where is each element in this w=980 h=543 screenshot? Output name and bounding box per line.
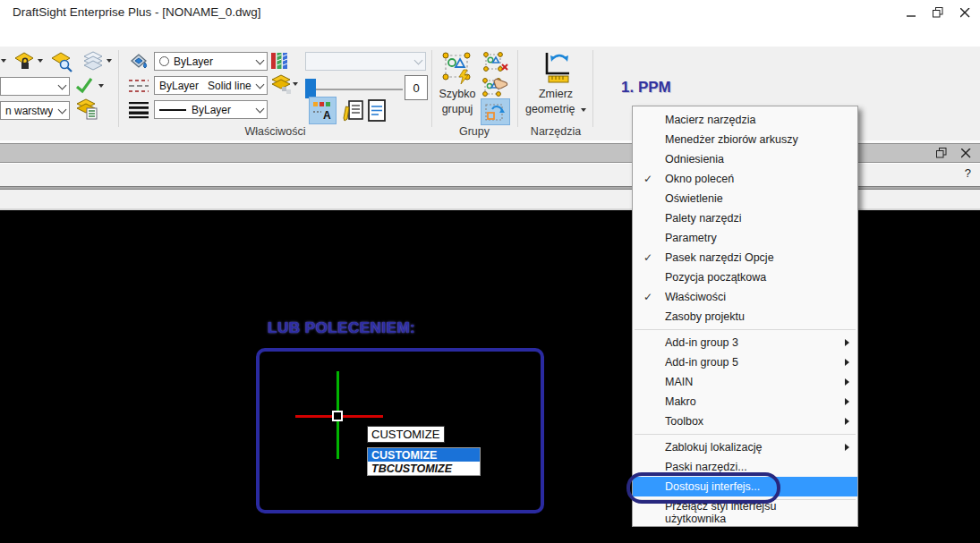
quick-group-label-2[interactable]: grupuj xyxy=(436,102,479,117)
menu-item-mened-er-zbior-w-arkuszy[interactable]: Menedżer zbiorów arkuszy xyxy=(633,130,857,149)
green-check-icon xyxy=(75,77,93,94)
menu-item-main[interactable]: MAIN xyxy=(633,372,857,392)
submenu-arrow-icon xyxy=(845,359,849,366)
close-button[interactable] xyxy=(951,3,978,22)
command-input[interactable]: CUSTOMIZE xyxy=(367,426,445,443)
transparency-value-box[interactable]: 0 xyxy=(405,75,428,100)
linetype-style: Solid line xyxy=(208,80,251,92)
minimize-icon xyxy=(907,8,916,18)
menu-separator xyxy=(635,434,856,435)
layer-preview-button[interactable] xyxy=(50,51,73,77)
chevron-down-icon[interactable] xyxy=(38,59,43,63)
chevron-down-icon xyxy=(255,55,264,64)
line-color-combo[interactable]: ByLayer xyxy=(154,52,268,71)
ungroup-button[interactable] xyxy=(481,49,508,77)
panel-restore-button[interactable] xyxy=(936,146,947,162)
menu-item-okno-polece[interactable]: ✓Okno poleceń xyxy=(633,169,857,189)
menu-item-label: Paski narzędzi... xyxy=(665,461,747,473)
menu-item-parametry[interactable]: Parametry xyxy=(633,228,857,248)
quick-group-label-1[interactable]: Szybko xyxy=(436,87,479,102)
menu-item-odniesienia[interactable]: Odniesienia xyxy=(633,149,857,169)
document-properties-button[interactable] xyxy=(366,98,388,126)
quick-group-button[interactable] xyxy=(440,50,474,89)
chevron-down-icon[interactable] xyxy=(107,59,112,63)
lineweight-button[interactable] xyxy=(128,101,149,123)
menu-item-prze-cz-styl-interfejsu-u-ytkownika[interactable]: Przełącz styl interfejsu użytkownika xyxy=(633,503,857,522)
menu-item-label: Add-in group 3 xyxy=(665,336,738,349)
chevron-down-icon xyxy=(255,80,264,89)
rich-line-button[interactable] xyxy=(271,52,288,75)
step-annotation: 1. PPM xyxy=(621,79,671,97)
autocomplete-item-tbcustomize[interactable]: TBCUSTOMIZE xyxy=(368,462,480,475)
color-fill-button[interactable] xyxy=(128,51,149,76)
layer-lock-button[interactable] xyxy=(13,51,35,76)
chevron-down-icon[interactable] xyxy=(293,82,298,86)
submenu-arrow-icon xyxy=(845,378,849,386)
edit-annotation-button[interactable] xyxy=(341,98,365,126)
measure-geometry-icon xyxy=(537,50,575,86)
menu-item-add-in-group-3[interactable]: Add-in group 3 xyxy=(633,333,857,352)
linestyle-button[interactable] xyxy=(128,77,149,98)
autocomplete-item-customize[interactable]: CUSTOMIZE xyxy=(368,448,480,462)
layer-transparency-button[interactable] xyxy=(271,74,292,98)
transparency-slider-track[interactable] xyxy=(307,89,403,90)
chevron-down-icon xyxy=(581,108,586,112)
menu-item-label: Toolbox xyxy=(665,415,703,428)
menu-item-add-in-group-5[interactable]: Add-in group 5 xyxy=(633,352,857,372)
measure-label-1[interactable]: Zmierz xyxy=(521,87,591,102)
menu-item-label: Palety narzędzi xyxy=(665,212,741,225)
menu-separator xyxy=(635,329,856,330)
submenu-arrow-icon xyxy=(845,418,849,425)
layers-stack-button[interactable] xyxy=(82,51,104,76)
document-icon xyxy=(366,98,388,123)
restore-button[interactable] xyxy=(925,3,951,22)
linestyle-dashes-icon xyxy=(128,77,149,95)
measure-geometry-button[interactable] xyxy=(537,50,575,89)
window-title: DraftSight Enterprise Plus - [NONAME_0.d… xyxy=(13,5,261,19)
title-bar: DraftSight Enterprise Plus - [NONAME_0.d… xyxy=(0,0,980,25)
check-icon: ✓ xyxy=(643,173,652,185)
menu-bar: Toolbox ? xyxy=(0,25,980,47)
command-hint-label: LUB POLECENIEM: xyxy=(268,319,415,337)
chevron-down-icon[interactable] xyxy=(1,59,6,63)
autocomplete-label: TBCUSTOMIZE xyxy=(371,462,452,475)
measure-label-2[interactable]: geometrię xyxy=(525,103,575,115)
layer-states-manager-button[interactable] xyxy=(76,98,99,124)
menu-item-zasoby-projektu[interactable]: Zasoby projektu xyxy=(633,307,857,327)
transparency-slider-handle[interactable] xyxy=(305,79,316,98)
layer-state-combo[interactable]: n warstwy xyxy=(0,101,70,120)
edit-group-hand-icon xyxy=(481,74,508,98)
chevron-down-icon[interactable] xyxy=(98,84,104,88)
layer-combo[interactable] xyxy=(0,77,70,96)
menu-item-label: Pasek narzędzi Opcje xyxy=(665,251,774,264)
apply-button[interactable] xyxy=(75,77,93,98)
lineweight-combo[interactable]: ByLayer xyxy=(154,100,268,119)
menu-item-pasek-narz-dzi-opcje[interactable]: ✓Pasek narzędzi Opcje xyxy=(633,248,857,267)
submenu-arrow-icon xyxy=(845,444,849,451)
annotation-scale-icon: A xyxy=(311,99,334,122)
minimize-button[interactable] xyxy=(898,3,925,22)
menu-item-label: Oświetlenie xyxy=(665,192,723,205)
menu-item-label: Parametry xyxy=(665,232,717,244)
menu-item-label: Zasoby projektu xyxy=(665,310,745,323)
section-label-tools: Narzędzia xyxy=(519,125,592,138)
menu-item-pozycja-pocz-tkowa[interactable]: Pozycja początkowa xyxy=(633,267,857,287)
svg-text:A: A xyxy=(323,109,331,122)
annotation-scale-button[interactable]: A xyxy=(309,97,337,124)
panel-close-button[interactable] xyxy=(961,146,971,162)
menu-item-label: Pozycja początkowa xyxy=(665,271,766,284)
menu-item-macierz-narz-dzia[interactable]: Macierz narzędzia xyxy=(633,110,857,130)
layer-list-icon xyxy=(76,98,99,121)
view-style-combo xyxy=(305,52,426,71)
panel-help-button[interactable]: ? xyxy=(965,166,971,180)
menu-item-label: Odniesienia xyxy=(665,153,724,165)
linetype-combo[interactable]: ByLayer Solid line xyxy=(154,76,268,95)
menu-item-toolbox[interactable]: Toolbox xyxy=(633,411,857,431)
menu-item-o-wietlenie[interactable]: Oświetlenie xyxy=(633,189,857,208)
menu-item-palety-narz-dzi[interactable]: Palety narzędzi xyxy=(633,208,857,228)
group-selection-toggle-button[interactable] xyxy=(481,98,510,125)
menu-item-makro[interactable]: Makro xyxy=(633,392,857,411)
menu-item-w-a-ciwo-ci[interactable]: ✓Właściwości xyxy=(633,287,857,307)
autocomplete-label: CUSTOMIZE xyxy=(371,449,437,462)
menu-item-zablokuj-lokalizacj[interactable]: Zablokuj lokalizację xyxy=(633,437,857,457)
